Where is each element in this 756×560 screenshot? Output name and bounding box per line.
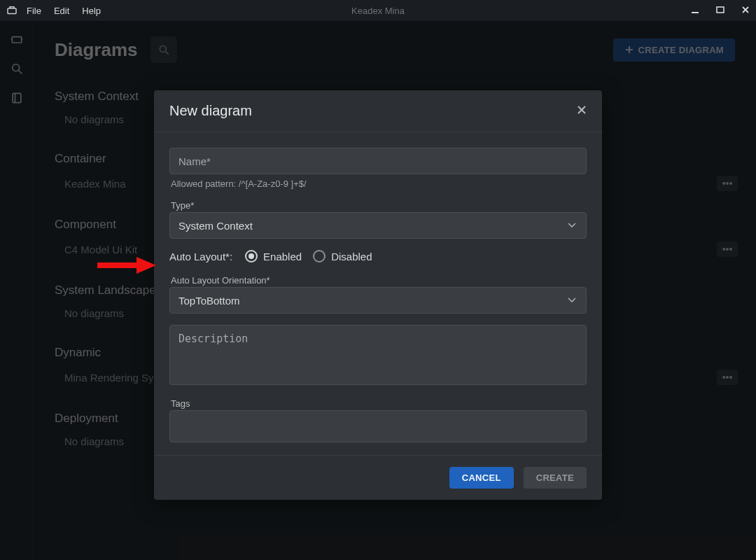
tags-label: Tags — [169, 398, 587, 409]
titlebar: File Edit Help Keadex Mina — [0, 0, 756, 21]
description-textarea[interactable] — [169, 325, 587, 385]
chevron-down-icon — [566, 294, 578, 307]
create-button[interactable]: CREATE — [524, 467, 587, 489]
app-icon — [6, 4, 18, 17]
cancel-button[interactable]: CANCEL — [449, 467, 514, 489]
menu-help[interactable]: Help — [82, 6, 101, 16]
name-helper-text: Allowed pattern: /^[A-Za-z0-9 ]+$/ — [169, 178, 587, 189]
orientation-select[interactable]: TopToBottom — [169, 287, 587, 314]
chevron-down-icon — [566, 219, 578, 232]
svg-rect-2 — [717, 7, 724, 13]
close-icon[interactable] — [577, 105, 587, 118]
minimize-icon[interactable] — [690, 5, 700, 17]
type-label: Type* — [169, 200, 587, 211]
radio-icon — [313, 250, 326, 262]
auto-layout-label: Auto Layout*: — [169, 251, 232, 262]
type-value: System Context — [178, 220, 253, 232]
close-icon[interactable] — [741, 5, 750, 17]
svg-rect-0 — [8, 8, 16, 14]
orientation-label: Auto Layout Orientation* — [169, 275, 587, 286]
auto-layout-disabled-radio[interactable]: Disabled — [313, 250, 372, 262]
type-select[interactable]: System Context — [169, 212, 587, 239]
tags-input[interactable] — [169, 410, 587, 442]
window-controls — [690, 5, 750, 17]
modal-title: New diagram — [169, 103, 252, 119]
radio-label: Disabled — [331, 251, 372, 262]
new-diagram-modal: New diagram Allowed pattern: /^[A-Za-z0-… — [154, 90, 602, 500]
menu-file[interactable]: File — [27, 6, 41, 16]
auto-layout-enabled-radio[interactable]: Enabled — [245, 250, 302, 262]
menu-edit[interactable]: Edit — [54, 6, 69, 16]
name-input[interactable] — [169, 148, 587, 174]
radio-label: Enabled — [263, 251, 302, 262]
maximize-icon[interactable] — [715, 5, 725, 17]
app-menu: File Edit Help — [27, 6, 101, 16]
app-title: Keadex Mina — [351, 6, 405, 16]
radio-icon — [245, 250, 258, 262]
orientation-value: TopToBottom — [178, 295, 240, 307]
